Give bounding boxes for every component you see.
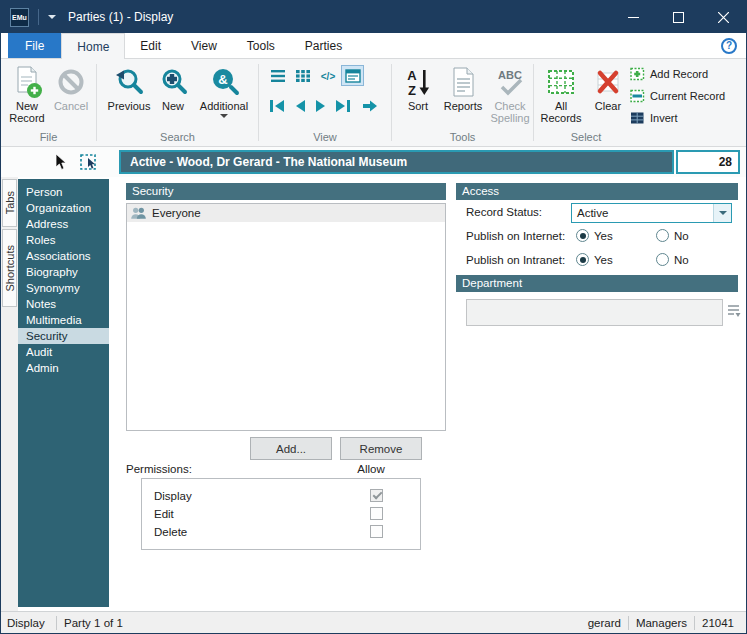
svg-text:Z: Z <box>408 83 416 98</box>
department-field[interactable] <box>466 299 723 326</box>
sidebar-item-security[interactable]: Security <box>18 328 109 344</box>
side-strip-shortcuts[interactable]: Shortcuts <box>2 229 17 307</box>
ribbon-group-view: </> <box>259 59 391 146</box>
reports-button[interactable]: Reports <box>440 64 486 112</box>
permission-checkbox-delete[interactable] <box>370 525 383 538</box>
permission-checkbox-display[interactable] <box>370 489 383 502</box>
sidebar-item-organization[interactable]: Organization <box>18 200 109 216</box>
sidebar-item-audit[interactable]: Audit <box>18 344 109 360</box>
security-group-row[interactable]: Everyone <box>127 204 445 222</box>
allow-column-label: Allow <box>346 463 396 475</box>
tab-tools[interactable]: Tools <box>232 33 290 58</box>
app-logo-icon[interactable]: EMu <box>10 8 29 27</box>
new-record-button[interactable]: New Record <box>5 64 49 124</box>
tab-parties[interactable]: Parties <box>290 33 357 58</box>
security-groups-listbox[interactable]: Everyone <box>126 203 446 431</box>
new-search-button[interactable]: New <box>155 64 191 112</box>
department-lookup-icon[interactable] <box>727 303 741 322</box>
window-controls <box>611 1 746 33</box>
view-grid-button[interactable] <box>291 65 314 86</box>
previous-search-button[interactable]: Previous <box>105 64 153 112</box>
additional-search-icon: & <box>208 64 240 100</box>
quick-access-caret-icon[interactable] <box>48 15 56 19</box>
sidebar-item-multimedia[interactable]: Multimedia <box>18 312 109 328</box>
sidebar-item-roles[interactable]: Roles <box>18 232 109 248</box>
maximize-icon <box>673 12 684 23</box>
security-panel-header: Security <box>126 183 446 200</box>
svg-text:A: A <box>407 68 417 83</box>
tab-home[interactable]: Home <box>61 33 125 59</box>
ribbon-tab-row: File Home Edit View Tools Parties ? <box>1 33 746 59</box>
sort-button[interactable]: A Z Sort <box>398 64 438 112</box>
ribbon: New Record Cancel File <box>1 59 746 147</box>
maximize-button[interactable] <box>656 1 701 33</box>
minimize-button[interactable] <box>611 1 656 33</box>
sidebar-item-synonymy[interactable]: Synonymy <box>18 280 109 296</box>
record-status-banner: Active - Wood, Dr Gerard - The National … <box>119 150 674 174</box>
new-search-icon <box>157 64 189 100</box>
all-records-label: All Records <box>536 100 586 124</box>
sidebar-item-person[interactable]: Person <box>18 184 109 200</box>
tab-view[interactable]: View <box>176 33 232 58</box>
publish-internet-no-radio[interactable] <box>656 229 669 242</box>
status-user: gerard <box>588 617 621 629</box>
first-record-button[interactable] <box>266 96 288 116</box>
view-code-button[interactable]: </> <box>316 65 339 86</box>
status-group: Managers <box>636 617 687 629</box>
invert-selection-icon <box>630 111 645 125</box>
invert-selection-button[interactable]: Invert <box>630 109 678 127</box>
previous-record-button[interactable] <box>289 96 311 116</box>
record-status-dropdown[interactable]: Active <box>571 203 732 223</box>
record-count-box: 28 <box>676 150 740 174</box>
permission-checkbox-edit[interactable] <box>370 507 383 520</box>
publish-internet-label: Publish on Internet: <box>466 230 565 242</box>
record-status-label: Record Status: <box>466 206 542 218</box>
reports-icon <box>449 64 477 100</box>
side-strip-shortcuts-label: Shortcuts <box>4 245 16 291</box>
side-strip-tabs[interactable]: Tabs <box>2 179 17 227</box>
publish-intranet-no-radio[interactable] <box>656 253 669 266</box>
remove-group-button[interactable]: Remove <box>340 437 422 460</box>
publish-intranet-no-label: No <box>674 254 689 266</box>
invert-selection-label: Invert <box>650 112 678 124</box>
status-record-position: Party 1 of 1 <box>64 617 123 629</box>
pointer-cursor-icon[interactable] <box>53 153 68 171</box>
all-records-button[interactable]: All Records <box>536 64 586 124</box>
help-button[interactable]: ? <box>721 38 737 54</box>
sidebar-item-biography[interactable]: Biography <box>18 264 109 280</box>
sidebar-item-notes[interactable]: Notes <box>18 296 109 312</box>
all-records-icon <box>546 64 576 100</box>
add-record-select-label: Add Record <box>650 68 708 80</box>
next-record-button[interactable] <box>310 96 332 116</box>
additional-search-button[interactable]: & Additional <box>195 64 253 118</box>
view-form-button[interactable] <box>341 65 364 86</box>
sidebar-item-admin[interactable]: Admin <box>18 360 109 376</box>
tab-file[interactable]: File <box>8 33 61 58</box>
ribbon-group-label-search: Search <box>97 131 258 143</box>
view-list-button[interactable] <box>266 65 289 86</box>
side-strip-tabs-label: Tabs <box>4 191 16 214</box>
tab-edit[interactable]: Edit <box>125 33 176 58</box>
status-divider <box>56 616 57 630</box>
record-status-caret[interactable] <box>713 204 731 222</box>
clear-selection-label: Clear <box>595 100 621 112</box>
sidebar-item-address[interactable]: Address <box>18 216 109 232</box>
close-button[interactable] <box>701 1 746 33</box>
status-divider <box>694 616 695 630</box>
sort-icon: A Z <box>403 64 433 100</box>
current-record-select-button[interactable]: Current Record <box>630 87 725 105</box>
last-record-button[interactable] <box>332 96 354 116</box>
ribbon-group-label-file: File <box>1 131 96 143</box>
add-group-button[interactable]: Add... <box>250 437 332 460</box>
publish-intranet-yes-radio[interactable] <box>576 253 589 266</box>
svg-text:ABC: ABC <box>498 69 522 81</box>
clear-selection-button[interactable]: Clear <box>588 64 628 112</box>
select-tool-icon[interactable] <box>79 153 99 172</box>
cancel-button[interactable]: Cancel <box>51 64 91 112</box>
publish-internet-yes-radio[interactable] <box>576 229 589 242</box>
sidebar-item-associations[interactable]: Associations <box>18 248 109 264</box>
check-spelling-button[interactable]: ABC Check Spelling <box>488 64 532 124</box>
ribbon-group-label-select: Select <box>424 131 747 143</box>
goto-record-button[interactable] <box>359 96 381 116</box>
add-record-select-button[interactable]: Add Record <box>630 65 708 83</box>
